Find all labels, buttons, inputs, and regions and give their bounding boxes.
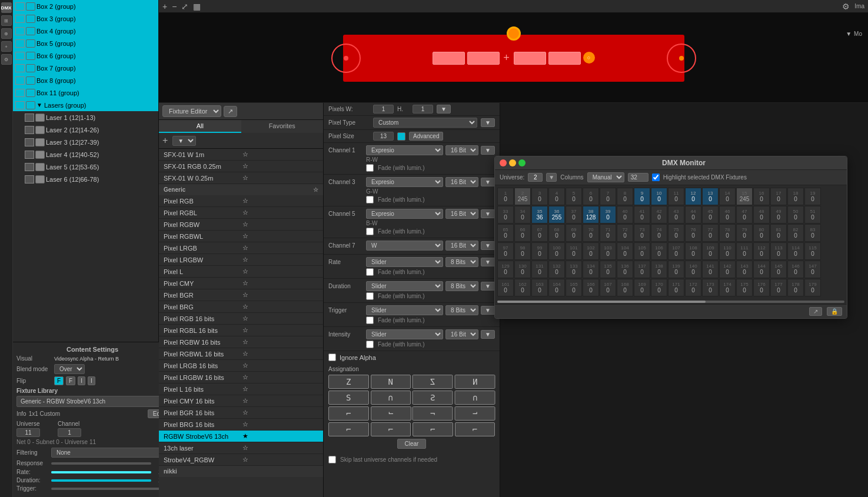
dmx-cell[interactable]: 1320 — [548, 261, 565, 278]
dmx-cell[interactable]: 1750 — [736, 279, 753, 296]
list-item[interactable]: ▼ Lasers (group) — [13, 99, 158, 111]
tab-all[interactable]: All — [159, 120, 241, 133]
dmx-cell[interactable]: 450 — [702, 206, 719, 224]
assig-btn-c1[interactable]: ⌐ — [328, 406, 369, 421]
list-item[interactable]: Box 2 (group) — [13, 0, 158, 12]
dmx-cell[interactable]: 1390 — [668, 261, 684, 278]
star-icon[interactable]: ☆ — [242, 303, 319, 311]
dmx-cell[interactable]: 1410 — [702, 261, 719, 278]
star-icon[interactable]: ☆ — [242, 151, 319, 158]
dmx-cell[interactable]: 1690 — [634, 279, 650, 296]
assig-btn-c2[interactable]: ⌐ — [371, 406, 411, 421]
dmx-cell[interactable]: 1090 — [702, 242, 719, 260]
tab-favorites[interactable]: Favorites — [241, 120, 324, 133]
dmx-cell[interactable]: 1010 — [566, 242, 582, 260]
list-item[interactable]: Box 6 (group) — [13, 49, 158, 62]
fixture-checkbox[interactable] — [25, 163, 34, 171]
dmx-cell[interactable]: 690 — [566, 224, 582, 242]
channel-5-bits[interactable]: 16 Bit — [445, 209, 478, 219]
trigger-bits-select[interactable]: 8 Bits — [445, 305, 478, 315]
dmx-cell-highlighted[interactable]: 390 — [600, 206, 616, 224]
star-icon[interactable]: ☆ — [242, 397, 319, 405]
star-icon[interactable]: ☆ — [242, 197, 319, 205]
dmx-cell[interactable]: 410 — [634, 206, 650, 224]
dmx-cell[interactable]: 70 — [600, 188, 616, 205]
dmx-cell[interactable]: 830 — [804, 224, 821, 242]
fixture-editor-dropdown[interactable]: Fixture Editor — [162, 105, 221, 117]
dmx-cell[interactable]: 1000 — [548, 242, 565, 260]
dmx-cell[interactable]: 1120 — [753, 242, 770, 260]
dmx-cell[interactable]: 15245 — [736, 188, 753, 205]
blend-mode-select[interactable]: Over — [54, 364, 85, 374]
dmx-cell[interactable]: 510 — [804, 206, 821, 224]
fixture-checkbox[interactable] — [25, 126, 34, 134]
dmx-cell[interactable]: 1440 — [753, 261, 770, 278]
fixture-checkbox[interactable] — [15, 52, 25, 60]
dmx-cell[interactable]: 460 — [719, 206, 736, 224]
channel-3-type[interactable]: Expresio — [366, 177, 443, 187]
list-item[interactable]: Pixel LRGBW 16 bits☆ — [159, 372, 323, 383]
fixture-checkbox[interactable] — [15, 76, 25, 85]
assig-btn-d4[interactable]: ⌐ — [455, 422, 495, 436]
dmx-cell[interactable]: 1040 — [617, 242, 633, 260]
list-item[interactable]: Box 11 (group) — [13, 86, 158, 99]
dmx-cell[interactable]: 170 — [770, 188, 787, 205]
dmx-cell[interactable]: 1670 — [600, 279, 616, 296]
dmx-cell[interactable]: 1340 — [583, 261, 599, 278]
list-item[interactable]: Pixel LRGB 16 bits☆ — [159, 360, 323, 372]
duration-type-select[interactable]: Slider — [366, 281, 443, 291]
pixel-type-btn[interactable]: ▼ — [481, 118, 495, 127]
dmx-cell[interactable]: 1050 — [634, 242, 650, 260]
list-item[interactable]: Pixel RGBWL 16 bits☆ — [159, 348, 323, 360]
list-item[interactable]: Pixel BRG☆ — [159, 301, 323, 313]
dmx-cell[interactable]: 1450 — [770, 261, 787, 278]
dmx-cell[interactable]: 760 — [685, 224, 701, 242]
dmx-cell[interactable]: 980 — [514, 242, 531, 260]
ignore-alpha-checkbox[interactable] — [328, 353, 336, 361]
list-item[interactable]: Laser 5 (12|53-65) — [13, 161, 158, 173]
star-icon[interactable]: ☆ — [242, 291, 319, 299]
flip-btn-1[interactable]: F — [54, 376, 64, 385]
dmx-cell[interactable]: 420 — [651, 206, 667, 224]
dmx-cell[interactable]: 1150 — [804, 242, 821, 260]
list-item[interactable]: Pixel BGR☆ — [159, 289, 323, 301]
dmx-cell[interactable]: 1610 — [497, 279, 514, 296]
dmx-cell[interactable]: 700 — [583, 224, 599, 242]
assig-btn-c4[interactable]: ⌐ — [455, 406, 495, 421]
add-toolbar-btn[interactable]: + — [162, 2, 167, 11]
pixels-down-btn[interactable]: ▼ — [437, 105, 451, 114]
intensity-fade-cb[interactable] — [366, 341, 374, 348]
list-item[interactable]: Box 3 (group) — [13, 12, 158, 25]
assig-btn-z1[interactable]: Z — [328, 375, 369, 389]
color-picker-box[interactable] — [397, 132, 405, 141]
list-item[interactable]: SFX-01 W 0.25m ☆ — [159, 172, 323, 184]
fixture-icon[interactable]: ⊞ — [1, 15, 12, 26]
dmx-cell[interactable]: 140 — [719, 188, 736, 205]
dmx-cell[interactable]: 1760 — [753, 279, 770, 296]
rate-fade-cb[interactable] — [366, 268, 374, 276]
dmx-cell[interactable]: 1360 — [617, 261, 633, 278]
columns-mode-select[interactable]: Manual — [587, 172, 624, 182]
dmx-cell[interactable]: 1030 — [600, 242, 616, 260]
dmx-cell[interactable]: 670 — [531, 224, 548, 242]
list-item[interactable]: Pixel L 16 bits☆ — [159, 383, 323, 395]
dmx-cell[interactable]: 1630 — [531, 279, 548, 296]
dmx-cell[interactable]: 80 — [617, 188, 633, 205]
star-icon[interactable]: ☆ — [242, 315, 319, 322]
list-item[interactable]: 13ch laser☆ — [159, 442, 323, 454]
star-icon[interactable]: ☆ — [242, 456, 319, 463]
dmx-cell[interactable]: 2245 — [514, 188, 531, 205]
star-icon[interactable]: ☆ — [242, 209, 319, 216]
fixture-checkbox[interactable] — [25, 114, 34, 122]
fixture-bar[interactable]: + ○ — [343, 35, 684, 82]
list-item[interactable]: Pixel LRGBW☆ — [159, 254, 323, 266]
star-icon[interactable]: ☆ — [242, 232, 319, 240]
channel-7-bits[interactable]: 16 Bit — [445, 241, 478, 251]
dmx-cell[interactable]: 1660 — [583, 279, 599, 296]
dmx-cell[interactable]: 1080 — [685, 242, 701, 260]
dmx-cell[interactable]: 330 — [497, 206, 514, 224]
dmx-cell[interactable]: 1290 — [497, 261, 514, 278]
dmx-cell[interactable]: 1400 — [685, 261, 701, 278]
dmx-cell-highlighted[interactable]: 90 — [634, 188, 650, 205]
dmx-cell-highlighted[interactable]: 120 — [685, 188, 701, 205]
